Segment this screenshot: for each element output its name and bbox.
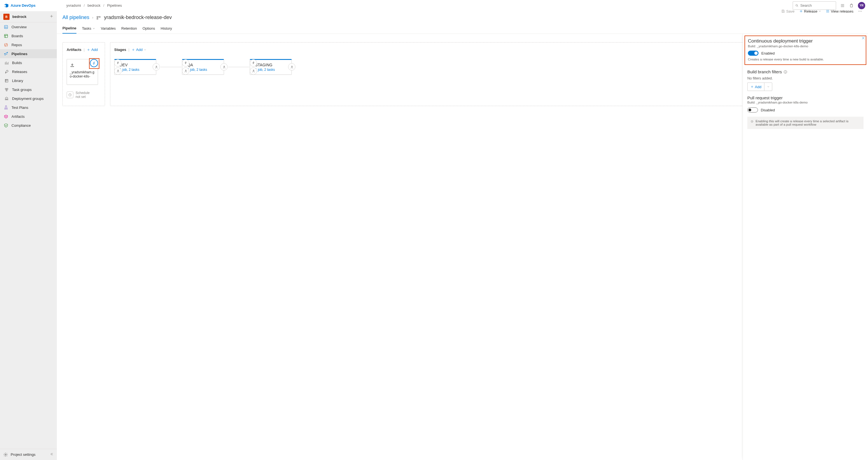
pre-deploy-approvers-button[interactable] — [114, 67, 122, 75]
sidebar-item-deployment-groups[interactable]: Deployment groups — [0, 94, 57, 103]
sidebar-item-compliance[interactable]: Compliance — [0, 121, 57, 130]
add-artifact-button[interactable]: Add — [87, 47, 98, 52]
azure-devops-home-link[interactable]: Azure DevOps — [4, 3, 36, 8]
add-stage-button[interactable]: Add — [132, 47, 147, 52]
pre-deploy-approvers-button[interactable] — [250, 67, 257, 75]
global-search[interactable] — [793, 1, 836, 10]
all-pipelines-link[interactable]: All pipelines — [62, 14, 89, 21]
save-icon — [781, 9, 785, 13]
svg-point-6 — [7, 88, 8, 89]
stage-meta[interactable]: 1 job, 2 tasks — [120, 68, 153, 72]
sidebar-item-label: Deployment groups — [12, 97, 44, 101]
sidebar-item-task-groups[interactable]: Task groups — [0, 85, 57, 94]
view-releases-button[interactable]: View releases — [826, 9, 854, 13]
branch-filters-title: Build branch filters — [747, 69, 782, 74]
collapse-sidebar-button[interactable] — [50, 452, 54, 457]
sidebar-item-label: Task groups — [12, 88, 32, 92]
stage-qa: QA 1 job, 2 tasks — [182, 59, 228, 75]
svg-point-17 — [253, 70, 254, 71]
pre-deploy-approvers-button[interactable] — [182, 67, 189, 75]
breadcrumb-item[interactable]: bedrock — [88, 3, 100, 7]
pr-info-text: Enabling this will create a release ever… — [755, 120, 860, 126]
breadcrumb-item[interactable]: yvradsmi — [66, 3, 81, 7]
pre-deploy-conditions-button[interactable] — [250, 59, 257, 67]
cd-trigger-button[interactable] — [90, 59, 98, 67]
approver-icon — [252, 69, 255, 73]
sidebar-item-library[interactable]: Library — [0, 76, 57, 85]
stage-meta[interactable]: 1 job, 2 tasks — [187, 68, 220, 72]
list-icon — [840, 3, 845, 8]
create-release-button[interactable]: Release — [799, 9, 822, 13]
plus-icon — [799, 9, 803, 13]
release-definition-icon — [96, 15, 101, 20]
sidebar-item-releases[interactable]: Releases — [0, 67, 57, 76]
stage-name: STAGING — [255, 63, 288, 67]
pr-enabled-toggle[interactable] — [747, 107, 758, 112]
add-branch-filter-button[interactable]: Add — [747, 83, 772, 91]
svg-point-14 — [156, 66, 157, 67]
schedule-indicator[interactable]: Schedule not set — [67, 91, 101, 99]
sidebar-item-boards[interactable]: Boards — [0, 31, 57, 40]
tab-history[interactable]: History — [161, 23, 172, 34]
close-panel-button[interactable] — [861, 36, 865, 41]
sidebar-item-label: Artifacts — [11, 114, 25, 119]
plus-icon — [50, 14, 54, 18]
svg-point-13 — [117, 70, 118, 71]
post-deploy-approvers-button[interactable] — [288, 63, 296, 70]
svg-point-8 — [5, 454, 6, 455]
info-icon[interactable] — [783, 70, 787, 74]
cd-trigger-subtitle: Build: _yradsmikham.go-docker-k8s-demo — [748, 44, 863, 48]
tab-options[interactable]: Options — [143, 23, 155, 34]
schedule-label: Schedule not set — [75, 91, 90, 99]
brand-label: Azure DevOps — [11, 3, 36, 7]
artifact-card[interactable]: _yradsmikham.go-docker-k8s- — [67, 59, 98, 85]
search-icon — [795, 4, 799, 7]
sidebar-item-pipelines[interactable]: Pipelines — [0, 49, 57, 58]
artifact-label: _yradsmikham.go-docker-k8s- — [70, 70, 95, 78]
project-header[interactable]: B bedrock — [0, 11, 57, 22]
tab-tasks[interactable]: Tasks — [82, 23, 95, 34]
market-icon-button[interactable] — [849, 3, 854, 8]
cd-enabled-toggle[interactable] — [748, 51, 758, 56]
svg-point-3 — [4, 54, 5, 54]
sidebar-item-label: Builds — [12, 61, 22, 65]
plus-icon — [750, 85, 754, 89]
deployment-icon — [4, 96, 9, 101]
sidebar-item-artifacts[interactable]: Artifacts — [0, 112, 57, 121]
sidebar-item-overview[interactable]: Overview — [0, 22, 57, 31]
top-bar: Azure DevOps yvradsmi / bedrock / Pipeli… — [0, 0, 868, 11]
pre-deploy-conditions-button[interactable] — [114, 59, 122, 67]
chevron-double-left-icon — [50, 452, 54, 456]
user-avatar[interactable]: YR — [858, 2, 865, 9]
post-deploy-approvers-button[interactable] — [153, 63, 160, 70]
tab-retention[interactable]: Retention — [121, 23, 137, 34]
project-settings-link[interactable]: Project settings — [0, 449, 57, 460]
new-item-button[interactable] — [50, 14, 54, 19]
add-branch-filter-dropdown[interactable] — [764, 83, 772, 91]
overview-icon — [3, 24, 8, 29]
sidebar-item-builds[interactable]: Builds — [0, 58, 57, 67]
approver-icon — [184, 69, 188, 73]
gear-icon — [3, 453, 8, 457]
clock-icon — [68, 93, 72, 97]
sidebar-item-label: Overview — [11, 25, 27, 29]
breadcrumb-item[interactable]: Pipelines — [107, 3, 122, 7]
pr-trigger-subtitle: Build: _yradsmikham.go-docker-k8s-demo — [747, 101, 864, 104]
info-icon — [751, 120, 753, 123]
sidebar-item-label: Compliance — [11, 123, 31, 128]
sidebar-item-repos[interactable]: Repos — [0, 40, 57, 49]
post-deploy-approvers-button[interactable] — [220, 63, 228, 70]
lightning-icon — [117, 61, 120, 64]
save-button: Save — [781, 9, 795, 13]
breadcrumb-separator: / — [103, 3, 104, 7]
tab-variables[interactable]: Variables — [101, 23, 116, 34]
svg-point-0 — [796, 4, 798, 6]
pre-deploy-conditions-button[interactable] — [182, 59, 189, 67]
tab-pipeline[interactable]: Pipeline — [62, 23, 76, 34]
stage-meta[interactable]: 1 job, 2 tasks — [255, 68, 288, 72]
search-input[interactable] — [800, 3, 834, 7]
sidebar-item-test-plans[interactable]: Test Plans — [0, 103, 57, 112]
svg-point-16 — [223, 66, 224, 67]
work-items-icon-button[interactable] — [840, 3, 845, 8]
more-actions-button[interactable] — [858, 9, 862, 13]
